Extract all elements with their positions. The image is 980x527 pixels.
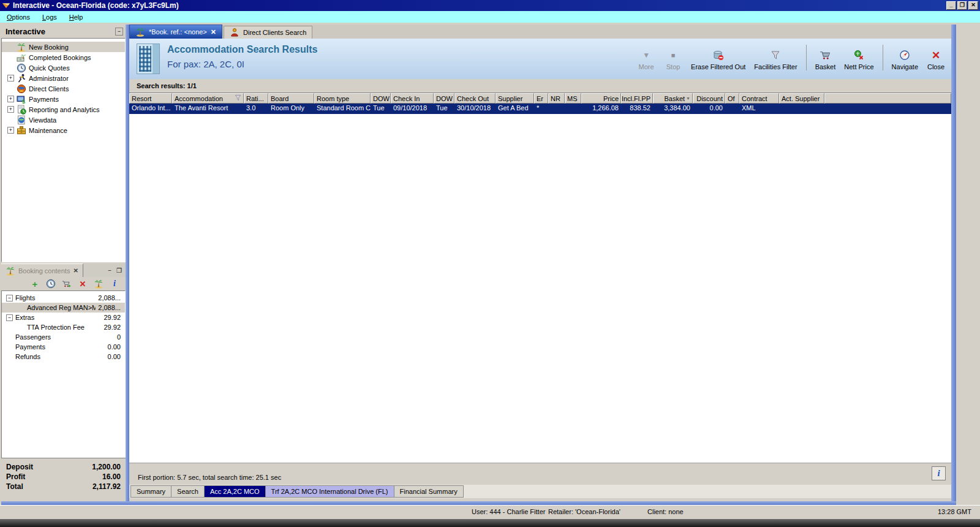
erase-filtered-out-button[interactable]: Erase Filtered Out [691, 49, 745, 70]
nett-price-button[interactable]: Nett Price [844, 49, 873, 70]
booking-row-value: 29.92 [104, 324, 121, 331]
booking-row-flight-detail[interactable]: Advanced Reg MAN>M 2,088... [2, 303, 125, 313]
column-header-nr[interactable]: NR [548, 93, 565, 104]
basket-button[interactable]: Basket [815, 49, 836, 70]
status-user: User: 444 - Charlie Fitter [472, 508, 545, 515]
sidebar-item-label: Maintenance [29, 127, 67, 134]
navigation-panel: Interactive − New Booking Completed Book… [1, 25, 126, 501]
column-header-board[interactable]: Board [268, 93, 314, 104]
booking-row-passengers[interactable]: Passengers 0 [2, 332, 125, 342]
hotel-building-icon [137, 44, 160, 74]
column-header-contract[interactable]: Contract [739, 93, 779, 104]
summary-label: Total [6, 482, 92, 492]
summary-profit: Profit 16.00 [6, 472, 121, 482]
nett-price-icon [853, 49, 864, 61]
stop-button[interactable]: ■ Stop [664, 49, 682, 70]
column-header-discount[interactable]: Discount [693, 93, 725, 104]
collapse-minus-icon[interactable]: − [6, 314, 13, 321]
tab-acc-mco[interactable]: Acc 2A,2C MCO [205, 485, 266, 498]
sidebar-item-completed-bookings[interactable]: Completed Bookings [2, 52, 125, 63]
close-window-button[interactable]: ✕ [968, 1, 978, 10]
maximize-button[interactable]: ❐ [957, 1, 967, 10]
column-header-supplier[interactable]: Supplier [496, 93, 534, 104]
navigate-button[interactable]: Navigate [892, 49, 918, 70]
maximize-panel-button[interactable]: ❐ [116, 267, 122, 274]
close-panel-icon[interactable]: ✕ [73, 267, 78, 274]
column-header-room-type[interactable]: Room type [314, 93, 371, 104]
sidebar-item-payments[interactable]: + Payments [2, 94, 125, 104]
palm-tree-icon[interactable] [94, 279, 104, 289]
navigation-tree: New Booking Completed Bookings Quick Quo… [1, 38, 126, 262]
tab-trf-mco[interactable]: Trf 2A,2C MCO International Drive (FL) [266, 485, 394, 498]
sidebar-item-label: New Booking [29, 44, 69, 51]
column-header-rating[interactable]: Rati... [244, 93, 268, 104]
booking-row-flights[interactable]: − Flights 2,088... [2, 293, 125, 303]
expand-plus-icon[interactable]: + [7, 106, 14, 113]
column-header-er[interactable]: Er [534, 93, 548, 104]
item-info-icon[interactable]: i [110, 279, 119, 289]
expand-plus-icon[interactable]: + [7, 96, 14, 102]
summary-value: 16.00 [102, 472, 121, 482]
column-header-resort[interactable]: Resort [129, 93, 172, 104]
info-button[interactable]: i [932, 466, 946, 480]
cell-supplier: Get A Bed [496, 104, 534, 114]
menu-options[interactable]: Options [5, 13, 32, 21]
search-timing-text: First portion: 5.7 sec, total search tim… [138, 474, 281, 481]
booking-contents-tab[interactable]: Booking contents ✕ [1, 264, 83, 277]
main-area: *Book. ref.: <none> ✕ Direct Clients Sea… [129, 25, 951, 501]
toolbar-separator [806, 45, 807, 70]
booking-contents-title: Booking contents [18, 267, 70, 275]
tab-summary[interactable]: Summary [130, 485, 172, 498]
tab-direct-clients-search[interactable]: Direct Clients Search [224, 26, 312, 39]
minimize-panel-button[interactable]: − [108, 267, 111, 274]
column-header-basket[interactable]: Basket ▼ [653, 93, 693, 104]
booking-row-payments[interactable]: Payments 0.00 [2, 342, 125, 352]
sidebar-item-viewdata[interactable]: Viewdata [2, 115, 125, 125]
sidebar-item-new-booking[interactable]: New Booking [2, 42, 125, 52]
menu-help[interactable]: Help [67, 13, 85, 21]
sidebar-item-maintenance[interactable]: + Maintenance [2, 125, 125, 135]
column-header-accommodation[interactable]: Accommodation [172, 93, 244, 104]
booking-contents-header: Booking contents ✕ − ❐ [1, 264, 126, 277]
cell-contract: XML [739, 104, 779, 114]
close-results-button[interactable]: ✕ Close [927, 49, 945, 70]
booking-row-value: 0.00 [108, 343, 121, 351]
add-item-icon[interactable]: + [30, 279, 40, 289]
booking-row-extras[interactable]: − Extras 29.92 [2, 313, 125, 322]
facilities-filter-button[interactable]: Facilities Filter [754, 49, 797, 70]
expand-plus-icon[interactable]: + [7, 75, 14, 82]
tab-financial-summary[interactable]: Financial Summary [394, 485, 464, 498]
column-header-check-in[interactable]: Check In [391, 93, 434, 104]
delete-item-icon[interactable]: ✕ [78, 279, 88, 289]
collapse-panel-button[interactable]: − [115, 28, 123, 36]
column-header-incl-fl-pp[interactable]: Incl.Fl.PP [621, 93, 653, 104]
column-header-check-out[interactable]: Check Out [454, 93, 496, 104]
close-tab-icon[interactable]: ✕ [211, 28, 216, 36]
column-header-of[interactable]: Of [725, 93, 739, 104]
sidebar-item-reporting-analytics[interactable]: + Reporting and Analytics [2, 104, 125, 115]
column-header-dow-in[interactable]: DOW [371, 93, 391, 104]
sidebar-item-direct-clients[interactable]: Direct Clients [2, 83, 125, 94]
search-status-row: First portion: 5.7 sec, total search tim… [129, 463, 951, 485]
availability-clock-icon[interactable] [46, 279, 56, 289]
tab-search[interactable]: Search [172, 485, 205, 498]
move-to-basket-icon[interactable] [62, 279, 72, 289]
filter-funnel-icon[interactable] [235, 94, 241, 102]
more-button[interactable]: ▼ More [637, 49, 655, 70]
tab-book-ref[interactable]: *Book. ref.: <none> ✕ [129, 25, 222, 39]
sidebar-item-administrator[interactable]: + Administrator [2, 73, 125, 83]
table-row[interactable]: Orlando Int... The Avanti Resort 3.0 Roo… [129, 104, 951, 114]
column-header-dow-out[interactable]: DOW [434, 93, 454, 104]
column-header-price[interactable]: Price [581, 93, 621, 104]
booking-row-refunds[interactable]: Refunds 0.00 [2, 352, 125, 362]
sidebar-item-quick-quotes[interactable]: Quick Quotes [2, 63, 125, 73]
minimize-button[interactable]: _ [946, 1, 956, 10]
expand-plus-icon[interactable]: + [7, 127, 14, 134]
collapse-minus-icon[interactable]: − [6, 295, 13, 301]
close-icon: ✕ [932, 49, 940, 61]
booking-row-label: Advanced Reg MAN>M [27, 304, 96, 311]
column-header-ms[interactable]: MS [565, 93, 581, 104]
booking-row-tta-fee[interactable]: TTA Protection Fee 29.92 [2, 322, 125, 332]
menu-logs[interactable]: Logs [40, 13, 59, 21]
column-header-act-supplier[interactable]: Act. Supplier [779, 93, 824, 104]
